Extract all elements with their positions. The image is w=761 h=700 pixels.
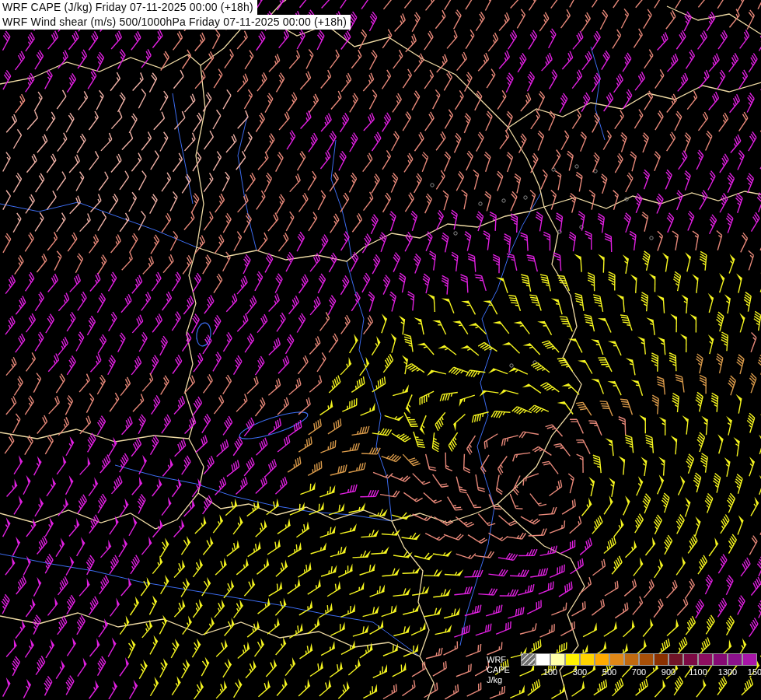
legend-title-unit: J/kg [487,675,521,685]
map-title-wind-shear: WRF Wind shear (m/s) 500/1000hPa Friday … [0,15,351,30]
legend-color-cell [728,653,742,666]
map-title-cape: WRF CAPE (J/kg) Friday 07-11-2025 00:00 … [0,0,257,15]
weather-map-canvas [0,0,761,700]
legend-color-cell [683,653,698,666]
legend-color-cell [595,653,609,666]
legend-color-cell [668,653,683,666]
legend-color-cell [742,653,757,666]
legend-color-cell [624,653,639,666]
legend-tick-label: 900 [662,667,675,677]
legend-color-cell [536,653,550,666]
legend-color-cell [639,653,654,666]
legend-tick-label: 1500 [748,667,761,677]
legend-tick-label: 100 [543,667,557,677]
legend-color-cell [713,653,728,666]
legend-color-cell [580,653,595,666]
legend-color-cell [698,653,713,666]
legend-tick-label: 1100 [689,667,707,677]
title-block: WRF CAPE (J/kg) Friday 07-11-2025 00:00 … [0,0,351,30]
legend-title-variable: CAPE [487,665,521,675]
legend-tick-label: 1300 [718,667,737,677]
weather-map-screen: WRF CAPE (J/kg) Friday 07-11-2025 00:00 … [0,0,761,700]
legend-bar: 100300500700900110013001500 [521,653,759,680]
legend-title: WRF CAPE J/kg [487,653,521,685]
legend-tick-labels: 100300500700900110013001500 [521,667,759,680]
legend-tick-label: 700 [632,667,646,677]
legend-color-cell [550,653,565,666]
legend-color-cells [521,653,759,666]
cape-legend: WRF CAPE J/kg 10030050070090011001300150… [487,653,759,685]
legend-tick-label: 500 [602,667,616,677]
legend-color-cell [654,653,668,666]
legend-color-cell [521,653,536,666]
legend-tick-label: 300 [573,667,587,677]
legend-title-model: WRF [487,655,521,665]
legend-color-cell [565,653,580,666]
legend-color-cell [609,653,624,666]
